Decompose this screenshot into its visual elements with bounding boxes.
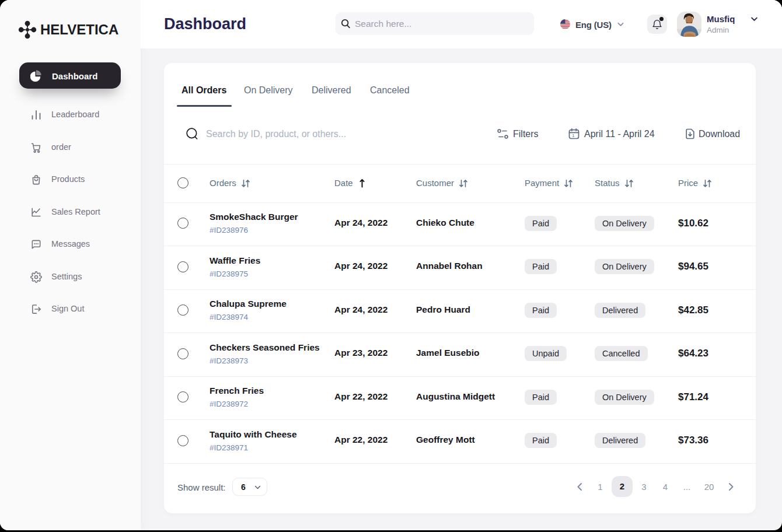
- svg-text:1: 1: [572, 133, 574, 138]
